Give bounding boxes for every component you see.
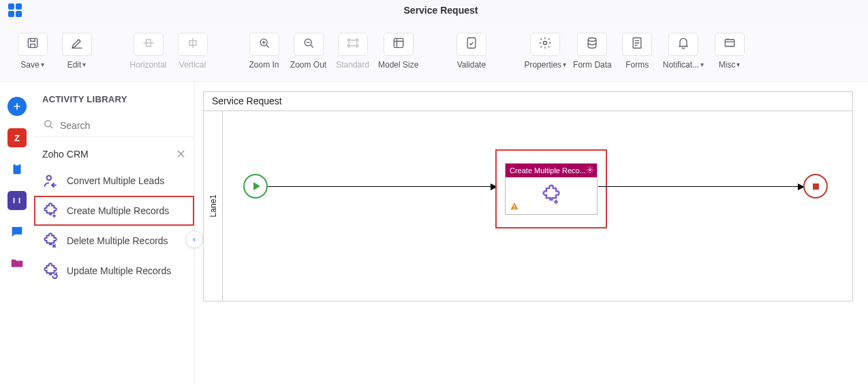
misc-button[interactable]: Misc▾ (711, 33, 748, 70)
svg-point-16 (589, 169, 591, 171)
zoom-in-icon (258, 36, 271, 52)
form-icon[interactable]: I I (7, 191, 27, 210)
process-canvas[interactable]: Service Request Lane1 Create Multiple Re… (203, 91, 853, 301)
chevron-down-icon: ▾ (41, 61, 44, 68)
puzzle-plus-icon (540, 183, 563, 209)
save-icon (26, 36, 40, 52)
model-size-icon (392, 36, 405, 52)
svg-rect-6 (394, 38, 403, 47)
activity-label: Delete Multiple Records (67, 235, 168, 247)
search-input[interactable] (60, 120, 186, 131)
start-node[interactable] (243, 174, 268, 198)
folder-icon[interactable] (7, 254, 27, 273)
gear-icon (538, 36, 552, 52)
activity-label: Update Multiple Records (67, 265, 171, 277)
puzzle-plus-icon (41, 201, 60, 220)
add-button[interactable] (7, 97, 27, 116)
svg-rect-5 (349, 40, 357, 46)
misc-icon (723, 36, 737, 52)
task-selection: Create Multiple Reco... (495, 149, 607, 228)
chevron-down-icon: ▾ (700, 61, 704, 68)
svg-rect-12 (14, 164, 21, 175)
svg-point-15 (47, 175, 52, 180)
svg-point-9 (589, 38, 597, 42)
gear-icon[interactable] (586, 166, 594, 175)
svg-rect-7 (467, 38, 476, 48)
close-icon[interactable]: ✕ (176, 147, 186, 162)
activity-delete-multiple-records[interactable]: Delete Multiple Records (34, 226, 194, 256)
standard-zoom-icon (346, 36, 360, 52)
horizontal-button[interactable]: Horizontal (129, 33, 167, 70)
person-convert-icon (41, 171, 60, 190)
z-icon[interactable]: Z (7, 128, 27, 147)
svg-point-14 (45, 121, 51, 127)
notifications-button[interactable]: Notificat...▾ (663, 33, 704, 70)
activity-create-multiple-records[interactable]: Create Multiple Records (34, 196, 194, 226)
svg-rect-11 (725, 40, 734, 46)
zoom-out-icon (302, 36, 315, 52)
validate-button[interactable]: Validate (452, 33, 490, 70)
sidebar-title: ACTIVITY LIBRARY (34, 94, 194, 114)
left-rail: Z I I (0, 82, 34, 384)
forms-icon (630, 36, 644, 52)
standard-button[interactable]: Standard (334, 33, 371, 70)
play-icon (253, 182, 260, 190)
svg-rect-17 (514, 205, 514, 207)
edit-button[interactable]: Edit▾ (58, 33, 95, 70)
model-size-button[interactable]: Model Size (378, 33, 418, 70)
svg-point-8 (544, 42, 547, 45)
align-vertical-icon (186, 36, 200, 52)
form-data-button[interactable]: Form Data (573, 33, 612, 70)
chevron-down-icon: ▾ (82, 61, 86, 68)
validate-icon (465, 36, 478, 52)
properties-button[interactable]: Properties▾ (524, 33, 566, 70)
apps-icon[interactable] (8, 3, 22, 17)
zoom-out-button[interactable]: Zoom Out (290, 33, 327, 70)
pencil-icon (70, 36, 84, 52)
activity-library: ACTIVITY LIBRARY Zoho CRM ✕ Convert Mult… (34, 82, 195, 384)
provider-name: Zoho CRM (42, 149, 89, 160)
database-icon (585, 36, 599, 52)
svg-rect-0 (28, 38, 37, 47)
chevron-down-icon: ▾ (563, 61, 566, 68)
puzzle-update-icon (41, 261, 60, 280)
canvas-title: Service Request (204, 92, 852, 111)
collapse-sidebar-button[interactable]: ‹ (185, 231, 203, 248)
activity-label: Convert Multiple Leads (67, 175, 164, 187)
vertical-button[interactable]: Vertical (174, 33, 211, 70)
puzzle-delete-icon (41, 231, 60, 250)
align-horizontal-icon (142, 36, 155, 52)
svg-rect-18 (514, 208, 514, 209)
activity-convert-multiple-leads[interactable]: Convert Multiple Leads (34, 166, 194, 196)
search-icon (42, 118, 55, 132)
end-node[interactable] (803, 174, 828, 198)
chat-icon[interactable] (7, 222, 27, 241)
toolbar: Save▾ Edit▾ Horizontal Vertical Zoom In … (0, 20, 868, 82)
stop-icon (813, 183, 819, 190)
clipboard-icon[interactable] (7, 160, 27, 179)
task-create-multiple-records[interactable]: Create Multiple Reco... (505, 163, 598, 215)
save-button[interactable]: Save▾ (14, 33, 51, 70)
page-title: Service Request (22, 5, 860, 16)
zoom-in-button[interactable]: Zoom In (245, 33, 283, 70)
activity-label: Create Multiple Records (67, 205, 169, 217)
chevron-down-icon: ▾ (737, 61, 740, 68)
forms-button[interactable]: Forms (619, 33, 656, 70)
bell-icon (677, 36, 690, 52)
svg-rect-13 (15, 163, 19, 166)
lane-header[interactable]: Lane1 (204, 111, 223, 301)
task-title: Create Multiple Reco... (510, 166, 586, 175)
activity-update-multiple-records[interactable]: Update Multiple Records (34, 256, 194, 286)
warning-icon (510, 201, 519, 211)
